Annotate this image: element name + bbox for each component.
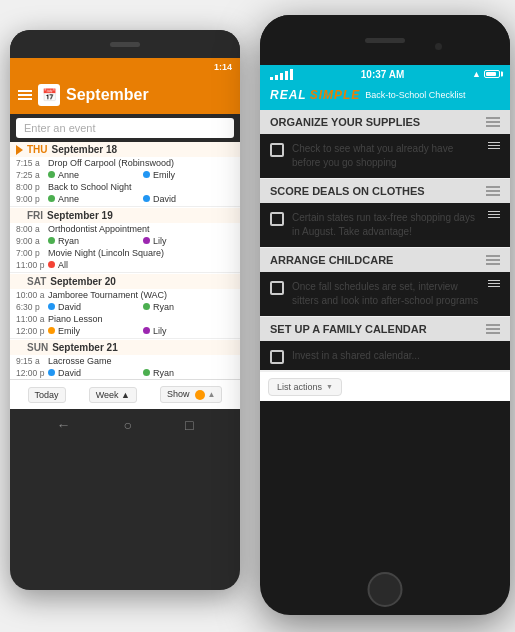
dot-green4 (143, 303, 150, 310)
list-actions-button[interactable]: List actions (268, 378, 342, 396)
dot-blue3 (48, 303, 55, 310)
android-status-bar: 1:14 (10, 58, 240, 76)
event-backtoschool[interactable]: 8:00 p Back to School Night (10, 181, 240, 193)
recent-button[interactable]: □ (185, 417, 193, 433)
dot-blue (143, 171, 150, 178)
section-header-organize: ORGANIZE YOUR SUPPLIES (260, 110, 510, 134)
event-ortho[interactable]: 8:00 a Orthodontist Appointment (10, 223, 240, 235)
checkbox-3[interactable] (270, 281, 284, 295)
checklist-item-score-1[interactable]: Certain states run tax-free shopping day… (260, 203, 510, 248)
event-emily-lily[interactable]: 12:00 p Emily Lily (10, 325, 240, 337)
event-lacrosse[interactable]: 9:15 a Lacrosse Game (10, 355, 240, 367)
event-anne-david[interactable]: 9:00 p Anne David (10, 193, 240, 205)
android-toolbar: Today Week ▲ Show ▲ (10, 379, 240, 409)
section-menu-icon (486, 117, 500, 127)
android-nav-bar: ← ○ □ (10, 409, 240, 441)
wifi-icon: ▲ (472, 69, 481, 79)
checklist-item-calendar-1[interactable]: Invest in a shared calendar... (260, 341, 510, 371)
event-dropoff[interactable]: 7:15 a Drop Off Carpool (Robinswood) (10, 157, 240, 169)
drag-handle (488, 142, 500, 149)
iphone-speaker (365, 38, 405, 43)
android-header: September (10, 76, 240, 114)
today-button[interactable]: Today (28, 387, 66, 403)
section-header-calendar: SET UP A FAMILY CALENDAR (260, 317, 510, 341)
android-speaker (110, 42, 140, 47)
dot-green3 (48, 237, 55, 244)
day-header-fri: FRI September 19 (10, 208, 240, 223)
iphone: 10:37 AM ▲ REAL SIMPLE Back-to-School Ch… (260, 15, 510, 615)
status-right-icons: ▲ (472, 69, 500, 79)
iphone-top (260, 15, 510, 65)
event-movie[interactable]: 7:00 p Movie Night (Lincoln Square) (10, 247, 240, 259)
simple-label: SIMPLE (310, 88, 361, 102)
event-all[interactable]: 11:00 p All (10, 259, 240, 271)
week-button[interactable]: Week ▲ (89, 387, 137, 403)
checklist-item-childcare-1[interactable]: Once fall schedules are set, interview s… (260, 272, 510, 317)
checkbox-4[interactable] (270, 350, 284, 364)
dot-purple2 (143, 327, 150, 334)
dot-green2 (48, 195, 55, 202)
section-header-childcare: ARRANGE CHILDCARE (260, 248, 510, 272)
iphone-status-bar: 10:37 AM ▲ (260, 65, 510, 83)
item-content-2: Certain states run tax-free shopping day… (292, 211, 480, 239)
dot-blue4 (48, 369, 55, 376)
checklist-label: Back-to-School Checklist (365, 90, 465, 100)
section-menu-icon-3 (486, 255, 500, 265)
checkbox-2[interactable] (270, 212, 284, 226)
app-header: REAL SIMPLE Back-to-School Checklist (260, 83, 510, 110)
real-label: REAL (270, 88, 307, 102)
android-calendar-body: THU September 18 7:15 a Drop Off Carpool… (10, 142, 240, 379)
day-header-sun: SUN September 21 (10, 340, 240, 355)
day-header-sat: SAT September 20 (10, 274, 240, 289)
iphone-bottom-bar: List actions (260, 371, 510, 401)
dot-blue2 (143, 195, 150, 202)
back-button[interactable]: ← (57, 417, 71, 433)
android-status-time: 1:14 (214, 62, 232, 72)
iphone-camera (435, 43, 442, 50)
drag-handle-3 (488, 280, 500, 287)
checkbox[interactable] (270, 143, 284, 157)
item-content-4: Invest in a shared calendar... (292, 349, 420, 363)
android-search-input[interactable]: Enter an event (16, 118, 234, 138)
section-header-score: SCORE DEALS ON CLOTHES (260, 179, 510, 203)
event-david-ryan[interactable]: 6:30 p David Ryan (10, 301, 240, 313)
section-menu-icon-4 (486, 324, 500, 334)
section-menu-icon-2 (486, 186, 500, 196)
item-content-3: Once fall schedules are set, interview s… (292, 280, 480, 308)
event-jamboree[interactable]: 10:00 a Jamboree Tournament (WAC) (10, 289, 240, 301)
android-top-bar (10, 30, 240, 58)
show-dot (195, 390, 205, 400)
drag-handle-2 (488, 211, 500, 218)
dot-green (48, 171, 55, 178)
hamburger-icon[interactable] (18, 90, 32, 100)
event-piano[interactable]: 11:00 a Piano Lesson (10, 313, 240, 325)
iphone-home-button[interactable] (368, 572, 403, 607)
show-button[interactable]: Show ▲ (160, 386, 222, 403)
day-header-thu: THU September 18 (10, 142, 240, 157)
dot-purple (143, 237, 150, 244)
event-anne-emily[interactable]: 7:25 a Anne Emily (10, 169, 240, 181)
signal-icon (270, 69, 293, 80)
checklist-item-organize-1[interactable]: Check to see what you already have befor… (260, 134, 510, 179)
dot-red (48, 261, 55, 268)
item-content: Check to see what you already have befor… (292, 142, 480, 170)
dot-green5 (143, 369, 150, 376)
dot-orange (48, 327, 55, 334)
android-month: September (66, 86, 232, 104)
iphone-time: 10:37 AM (361, 69, 405, 80)
event-ryan-lily[interactable]: 9:00 a Ryan Lily (10, 235, 240, 247)
scene: 1:14 September Enter an event THU Septem… (0, 0, 515, 632)
home-button[interactable]: ○ (124, 417, 132, 433)
event-david-ryan2[interactable]: 12:00 p David Ryan (10, 367, 240, 379)
active-indicator (16, 145, 23, 155)
app-title: REAL SIMPLE Back-to-School Checklist (270, 88, 465, 102)
android-phone: 1:14 September Enter an event THU Septem… (10, 30, 240, 590)
calendar-icon (38, 84, 60, 106)
battery-icon (484, 70, 500, 78)
